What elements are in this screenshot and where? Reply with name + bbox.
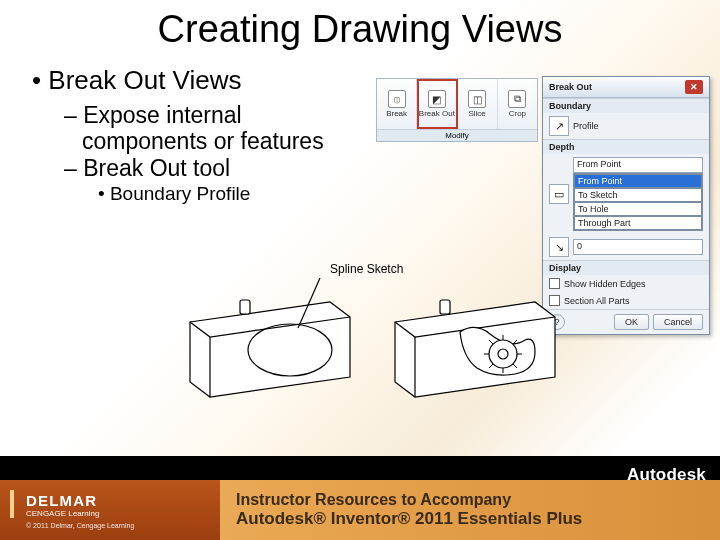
ribbon-label: Break: [386, 109, 407, 118]
break-out-button[interactable]: ◩ Break Out: [417, 79, 457, 129]
ribbon-label: Slice: [468, 109, 485, 118]
close-icon[interactable]: ✕: [685, 80, 703, 94]
slide-title: Creating Drawing Views: [0, 0, 720, 51]
svg-rect-3: [440, 300, 450, 314]
ribbon-panel-name: Modify: [377, 129, 537, 141]
pick-point-icon[interactable]: ↘: [549, 237, 569, 257]
break-out-diagram: Spline Sketch: [180, 262, 580, 412]
ribbon-label: Crop: [509, 109, 526, 118]
cancel-button[interactable]: Cancel: [653, 314, 703, 330]
depth-value-field[interactable]: 0: [573, 239, 703, 255]
depth-header: Depth: [543, 140, 709, 154]
depth-option[interactable]: Through Part: [574, 216, 702, 230]
depth-dropdown[interactable]: From Point: [573, 157, 703, 173]
svg-rect-0: [240, 300, 250, 314]
crop-icon: ⧉: [508, 90, 526, 108]
dialog-title: Break Out: [549, 82, 592, 92]
spline-sketch-label: Spline Sketch: [330, 262, 403, 276]
parts-illustration: [180, 262, 580, 412]
break-button[interactable]: ⎅ Break: [377, 79, 417, 129]
slice-button[interactable]: ◫ Slice: [458, 79, 498, 129]
footer: DELMAR CENGAGE Learning © 2011 Delmar, C…: [0, 480, 720, 540]
footer-line1: Instructor Resources to Accompany: [236, 491, 720, 509]
pick-icon[interactable]: ↗: [549, 116, 569, 136]
copyright: © 2011 Delmar, Cengage Learning: [18, 522, 220, 529]
break-out-icon: ◩: [428, 90, 446, 108]
depth-option[interactable]: To Sketch: [574, 188, 702, 202]
depth-option[interactable]: From Point: [574, 174, 702, 188]
slice-icon: ◫: [468, 90, 486, 108]
depth-icon[interactable]: ▭: [549, 184, 569, 204]
ribbon-label: Break Out: [419, 109, 455, 118]
ok-button[interactable]: OK: [614, 314, 649, 330]
boundary-value: Profile: [573, 121, 599, 131]
ribbon-modify-panel: ⎅ Break ◩ Break Out ◫ Slice ⧉ Crop Modif…: [376, 78, 538, 142]
delmar-name: DELMAR: [18, 492, 220, 509]
footer-line2: Autodesk® Inventor® 2011 Essentials Plus: [236, 509, 720, 529]
boundary-header: Boundary: [543, 99, 709, 113]
crop-button[interactable]: ⧉ Crop: [498, 79, 537, 129]
svg-point-5: [498, 349, 508, 359]
depth-option[interactable]: To Hole: [574, 202, 702, 216]
delmar-logo: DELMAR CENGAGE Learning © 2011 Delmar, C…: [0, 480, 220, 540]
break-icon: ⎅: [388, 90, 406, 108]
delmar-sub: CENGAGE Learning: [18, 509, 220, 518]
